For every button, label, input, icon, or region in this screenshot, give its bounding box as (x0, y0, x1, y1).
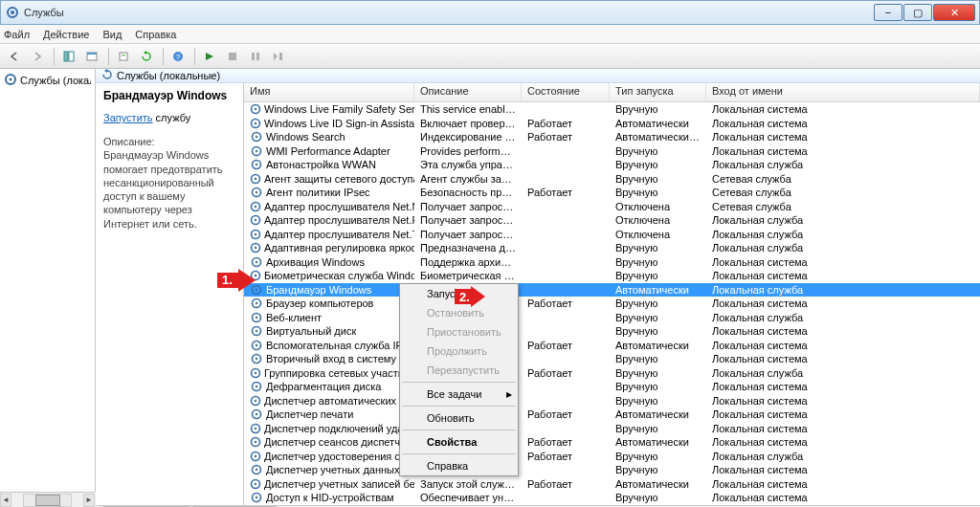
service-row[interactable]: Диспетчер учетных записей безопасЗапуск … (244, 477, 980, 492)
svg-rect-11 (256, 53, 259, 60)
menu-view[interactable]: Вид (102, 29, 122, 40)
svg-point-66 (255, 455, 256, 457)
desc-text: Брандмауэр Windows помогает предотвратит… (103, 148, 235, 231)
service-row[interactable]: Адаптер прослушивателя Net.PipeПолучает … (244, 213, 980, 228)
refresh-button[interactable] (136, 46, 157, 67)
service-row[interactable]: Адаптер прослушивателя Net.TcpПолучает з… (244, 228, 980, 242)
col-startup[interactable]: Тип запуска (610, 83, 706, 101)
col-logon[interactable]: Вход от имени (706, 83, 980, 101)
ctx-help[interactable]: Справка (400, 456, 518, 475)
service-row[interactable]: WMI Performance AdapterProvides performa… (244, 144, 980, 159)
close-button[interactable]: ✕ (933, 4, 975, 21)
service-row[interactable]: Windows SearchИндексирование конт...Рабо… (244, 130, 980, 144)
col-desc[interactable]: Описание (414, 83, 522, 101)
service-row[interactable]: Диспетчер сеансов диспетчера...РаботаетА… (244, 435, 980, 450)
col-name[interactable]: Имя (244, 83, 414, 101)
service-row[interactable]: Агент политики IPsecБезопасность проток.… (244, 186, 980, 200)
svg-point-16 (255, 108, 256, 110)
refresh-icon[interactable] (101, 69, 113, 82)
scroll-left-button[interactable]: ◄ (0, 494, 11, 507)
svg-point-26 (255, 178, 256, 180)
service-row[interactable]: Windows Live ID Sign-in AssistantВключае… (244, 117, 980, 131)
pause-service-button[interactable] (245, 46, 266, 67)
svg-point-1 (11, 11, 14, 14)
svg-point-64 (255, 441, 256, 443)
service-row[interactable]: Группировка сетевых участниковРаботаетВр… (244, 366, 980, 381)
service-row[interactable]: Браузер компьютеровРаботаетВручнуюЛокаль… (244, 297, 980, 311)
service-row[interactable]: Диспетчер подключений удален...ВручнуюЛо… (244, 422, 980, 436)
menubar: Файл Действие Вид Справка (0, 25, 980, 44)
service-row[interactable]: Вспомогательная служба IPРаботаетАвтомат… (244, 339, 980, 353)
service-row[interactable]: Диспетчер печатиРаботаетАвтоматическиЛок… (244, 408, 980, 422)
service-row[interactable]: Автонастройка WWANЭта служба управляет .… (244, 158, 980, 172)
svg-point-32 (255, 219, 256, 221)
service-row[interactable]: Брандмауэр WindowsАвтоматическиЛокальная… (244, 283, 980, 298)
ctx-properties[interactable]: Свойства (400, 432, 518, 452)
menu-action[interactable]: Действие (43, 29, 89, 40)
ctx-all-tasks[interactable]: Все задачи (400, 385, 518, 404)
callout-2: 2. (459, 290, 470, 304)
description-panel: Брандмауэр Windows Запустить службу Опис… (96, 83, 244, 505)
back-button[interactable] (4, 46, 25, 67)
svg-point-34 (255, 233, 256, 235)
ctx-refresh[interactable]: Обновить (400, 408, 518, 428)
forward-button[interactable] (27, 46, 48, 67)
service-row[interactable]: Дефрагментация дискаВручнуюЛокальная сис… (244, 380, 980, 394)
service-row[interactable]: Веб-клиентВручнуюЛокальная служба (244, 311, 980, 325)
left-horizontal-scrollbar[interactable]: ◄ ► (0, 492, 95, 507)
service-row[interactable]: Диспетчер удостоверения сетев...Работает… (244, 450, 980, 464)
svg-point-42 (256, 289, 257, 291)
service-row[interactable]: Диспетчер автоматических под...ВручнуюЛо… (244, 394, 980, 408)
svg-point-20 (256, 136, 257, 138)
svg-point-24 (256, 164, 257, 165)
menu-file[interactable]: Файл (4, 29, 30, 40)
service-row[interactable]: Доступ к HID-устройствамОбеспечивает уни… (244, 491, 980, 505)
stop-service-button[interactable] (222, 46, 243, 67)
menu-help[interactable]: Справка (135, 29, 176, 40)
service-row[interactable]: Адаптер прослушивателя Net.MsmqПолучает … (244, 200, 980, 214)
svg-point-48 (256, 330, 257, 332)
scroll-right-button[interactable]: ► (83, 494, 95, 507)
grid-body[interactable]: Windows Live Family Safety ServiceThis s… (244, 102, 980, 505)
desc-label: Описание: (103, 135, 235, 148)
scroll-thumb[interactable] (35, 495, 60, 506)
scroll-track[interactable] (23, 494, 72, 507)
svg-point-14 (10, 78, 12, 81)
services-icon (4, 73, 17, 88)
start-service-link[interactable]: Запустить (103, 112, 153, 123)
svg-point-60 (256, 413, 257, 415)
service-row[interactable]: Виртуальный дискВручнуюЛокальная система (244, 324, 980, 339)
service-row[interactable]: Биометрическая служба WindowsБиометричес… (244, 269, 980, 283)
col-state[interactable]: Состояние (522, 83, 610, 101)
service-row[interactable]: Агент защиты сетевого доступаАгент служб… (244, 172, 980, 187)
svg-point-52 (256, 358, 257, 360)
service-row[interactable]: Архивация WindowsПоддержка архивации...В… (244, 255, 980, 270)
service-row[interactable]: Адаптивная регулировка яркостиПредназнач… (244, 241, 980, 255)
minimize-button[interactable]: − (874, 4, 902, 21)
ctx-pause[interactable]: Приостановить (400, 322, 518, 342)
titlebar: Службы − ▢ ✕ (0, 0, 980, 25)
export-button[interactable] (113, 46, 134, 67)
svg-point-70 (255, 483, 256, 485)
service-row[interactable]: Диспетчер учетных данныхОбеспечивает защ… (244, 463, 980, 477)
svg-point-36 (255, 247, 256, 249)
maximize-button[interactable]: ▢ (903, 4, 932, 21)
ctx-resume[interactable]: Продолжить (400, 342, 518, 361)
window-title: Службы (24, 7, 873, 18)
svg-point-72 (256, 496, 257, 498)
svg-point-58 (255, 400, 256, 402)
start-service-button[interactable] (199, 46, 220, 67)
svg-point-50 (256, 344, 257, 346)
svg-point-68 (256, 469, 257, 471)
service-row[interactable]: Вторичный вход в системуВручнуюЛокальная… (244, 352, 980, 366)
properties-button[interactable] (81, 46, 102, 67)
ctx-restart[interactable]: Перезапустить (400, 361, 518, 380)
svg-rect-6 (120, 53, 127, 60)
show-tree-button[interactable] (58, 46, 79, 67)
help-button[interactable]: ? (167, 46, 189, 67)
selected-service-name: Брандмауэр Windows (103, 89, 235, 102)
tree-root[interactable]: Службы (локальные) (4, 73, 91, 88)
restart-service-button[interactable] (268, 46, 289, 67)
service-row[interactable]: Windows Live Family Safety ServiceThis s… (244, 102, 980, 117)
services-list-panel: Имя Описание Состояние Тип запуска Вход … (244, 83, 980, 505)
